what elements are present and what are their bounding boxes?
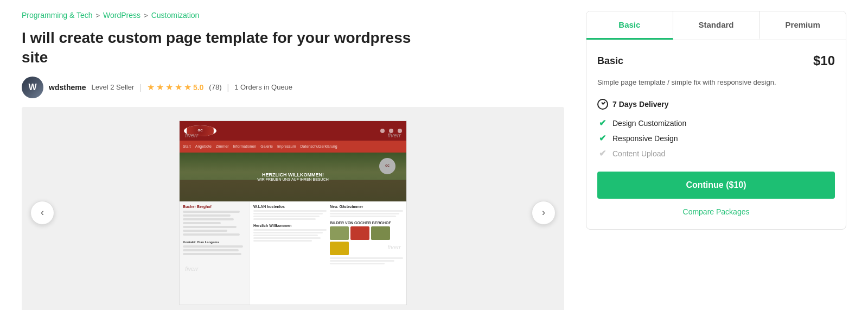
rating-score: 5.0: [193, 83, 203, 92]
col2-line-6: [330, 263, 385, 264]
feature-item-2: ✔ Responsive Design: [597, 134, 835, 143]
col1-line-4: [253, 218, 316, 220]
sidebar-contact-1: [183, 245, 243, 248]
site-icon-1: [380, 129, 385, 133]
col2-line-2: [330, 213, 399, 214]
col1-line-1: [253, 210, 327, 212]
site-header-bar: GC: [180, 121, 406, 141]
col1-line-3: [253, 216, 320, 217]
seller-level: Level 2 Seller: [91, 83, 134, 91]
col1-line-7: [253, 235, 318, 236]
orders-queue: 1 Orders in Queue: [234, 83, 292, 91]
sidebar-line-1: [183, 211, 240, 213]
col1-line-6: [253, 232, 323, 233]
sidebar-line-2: [183, 214, 231, 217]
feature-label-2: Responsive Design: [612, 134, 678, 143]
col2-line-5: [330, 260, 394, 262]
site-header-icons: [219, 129, 402, 133]
pricing-body: Basic $10 Simple page template / simple …: [586, 40, 846, 229]
sidebar-line-6: [183, 230, 227, 232]
pricing-tabs: Basic Standard Premium: [586, 11, 846, 40]
breadcrumb-wordpress[interactable]: WordPress: [103, 11, 141, 20]
site-col1-title-2: Herzlich Willkommen: [253, 224, 327, 227]
rating-stars: ★ ★ ★ ★ ★ 5.0: [147, 82, 203, 92]
pricing-description: Simple page template / simple fix with r…: [597, 77, 835, 88]
thumb-3: [371, 226, 390, 240]
col1-line-5: [253, 229, 327, 231]
site-content-col-2: Neu: Gästezimmer BILDER VON GOCHER BERGH…: [330, 205, 403, 301]
site-hero-sub: WIR FREUEN UNS AUF IHREN BESUCH: [257, 178, 328, 181]
continue-button[interactable]: Continue ($10): [597, 172, 835, 199]
thumb-2: [350, 226, 369, 240]
site-nav-info: Informationen: [233, 144, 257, 148]
breadcrumb: Programming & Tech > WordPress > Customi…: [22, 11, 564, 20]
review-count[interactable]: (78): [209, 83, 221, 91]
seller-username[interactable]: wdstheme: [49, 83, 86, 92]
site-nav-booking: Datenschutzerklärung: [301, 144, 337, 148]
breadcrumb-programming-tech[interactable]: Programming & Tech: [22, 11, 92, 20]
fiverr-watermark-1: fiverr: [185, 132, 198, 138]
site-nav-contact: Impressum: [277, 144, 296, 148]
star-4: ★: [175, 82, 182, 92]
breadcrumb-sep-2: >: [144, 11, 148, 20]
sidebar-contact-title: Kontakt: Olav Langems: [183, 241, 246, 244]
site-content-col-1: W-LAN kostenlos Herzlich Willkommen: [253, 205, 327, 301]
feature-label-3: Content Upload: [612, 149, 665, 158]
avatar-image: W: [22, 77, 43, 98]
site-body: Bucher Berghof Kontakt: Olav Langems: [180, 201, 406, 305]
fiverr-watermark-4: fiverr: [388, 244, 401, 250]
sidebar-contact-2: [183, 249, 239, 251]
site-col2-title: Neu: Gästezimmer: [330, 205, 403, 208]
tab-premium[interactable]: Premium: [760, 11, 846, 40]
col2-line-4: [330, 257, 403, 259]
fiverr-watermark-2: fiverr: [185, 265, 198, 272]
features-list: ✔ Design Customization ✔ Responsive Desi…: [597, 118, 835, 159]
site-sidebar: Bucher Berghof Kontakt: Olav Langems: [180, 201, 250, 305]
check-icon-1: ✔: [597, 118, 607, 128]
site-hero: GC HERZLICH WILLKOMMEN! WIR FREUEN UNS A…: [180, 153, 406, 201]
site-screenshot: GC Start Angebote Zimmer: [180, 121, 406, 305]
left-column: Programming & Tech > WordPress > Customi…: [22, 11, 564, 310]
right-column: Basic Standard Premium Basic $10 Simple …: [586, 11, 846, 310]
sidebar-line-4: [183, 222, 221, 224]
col2-line-3: [330, 216, 396, 217]
site-sidebar-title: Bucher Berghof: [183, 205, 246, 208]
col2-line-1: [330, 210, 403, 212]
pricing-panel: Basic Standard Premium Basic $10 Simple …: [586, 11, 846, 230]
sidebar-contact-3: [183, 253, 241, 255]
site-hero-title: HERZLICH WILLKOMMEN!: [262, 172, 324, 178]
divider-2: |: [227, 83, 229, 92]
site-nav-gallery: Galerie: [260, 144, 273, 148]
divider: |: [139, 83, 142, 92]
fiverr-watermark-3: fiverr: [388, 132, 401, 138]
site-nav-rooms: Zimmer: [216, 144, 229, 148]
clock-hand-short: [601, 102, 603, 104]
site-col1-title: W-LAN kostenlos: [253, 205, 327, 208]
feature-item-3: ✔ Content Upload: [597, 149, 835, 159]
star-2: ★: [156, 82, 164, 92]
gig-title: I will create custom page template for y…: [22, 28, 429, 68]
site-main-content: W-LAN kostenlos Herzlich Willkommen: [250, 201, 406, 305]
thumb-4: [330, 242, 349, 255]
star-1: ★: [147, 82, 155, 92]
col1-line-2: [253, 213, 323, 214]
pricing-tier-name: Basic: [597, 55, 623, 67]
delivery-row: 7 Days Delivery: [597, 99, 835, 110]
pricing-title-row: Basic $10: [597, 53, 835, 68]
tab-basic[interactable]: Basic: [586, 11, 673, 40]
breadcrumb-customization[interactable]: Customization: [151, 11, 200, 20]
breadcrumb-sep-1: >: [95, 11, 100, 20]
compare-packages-link[interactable]: Compare Packages: [597, 207, 835, 216]
gallery-next-button[interactable]: ›: [532, 201, 556, 225]
image-gallery: ‹ GC: [22, 107, 564, 310]
thumb-1: [330, 226, 349, 240]
gallery-prev-button[interactable]: ‹: [30, 201, 54, 225]
feature-label-1: Design Customization: [612, 119, 686, 128]
tab-standard[interactable]: Standard: [673, 11, 760, 40]
site-nav-home: Start: [183, 144, 191, 148]
avatar[interactable]: W: [22, 77, 43, 98]
site-nav-about: Angebote: [195, 144, 212, 148]
col1-line-8: [253, 237, 321, 239]
site-thumb-grid: [330, 226, 403, 255]
sidebar-line-5: [183, 226, 237, 228]
